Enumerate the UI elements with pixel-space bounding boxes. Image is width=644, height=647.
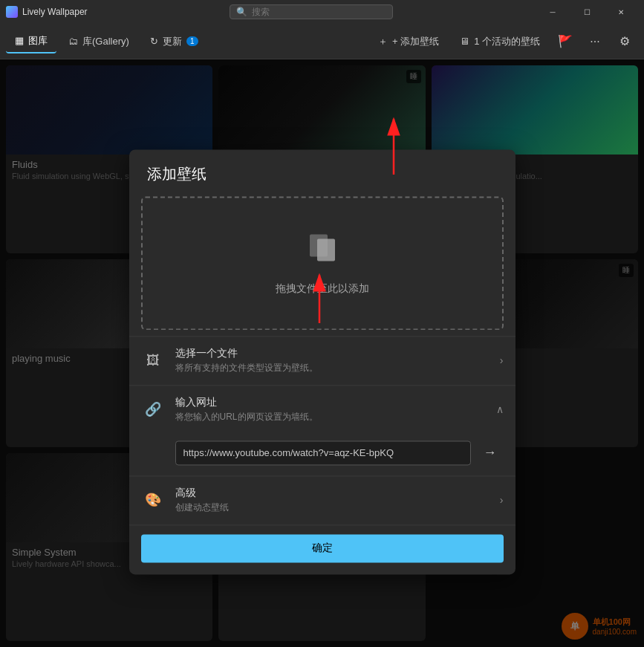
url-input[interactable] [175,440,471,465]
section-text: 选择一个文件 将所有支持的文件类型设置为壁纸。 [175,347,489,374]
toolbar-right: ＋ + 添加壁纸 🖥 1 个活动的壁纸 🚩 ··· ⚙ [369,28,638,55]
enter-url-title: 输入网址 [175,396,486,409]
file-icon: 🖼 [141,348,165,372]
search-input[interactable] [252,7,386,17]
update-icon: ↻ [150,36,158,47]
advanced-row[interactable]: 🎨 高级 创建动态壁纸 › [129,475,515,524]
advanced-title: 高级 [175,487,489,500]
add-wallpaper-modal: 添加壁纸 拖拽文件至此以添加 🖼 选择一个文件 将所有支持的文件类型设置为壁纸。… [129,149,515,574]
update-label: 更新 [163,35,182,48]
drop-text: 拖拽文件至此以添加 [276,282,369,296]
file-drop-icon [304,230,341,273]
svg-rect-1 [317,238,335,261]
enter-url-subtitle: 将您输入的URL的网页设置为墙纸。 [175,411,486,423]
search-bar[interactable]: 🔍 [230,4,393,19]
url-input-row: → [129,434,515,475]
update-badge: 1 [186,36,198,46]
select-file-row[interactable]: 🖼 选择一个文件 将所有支持的文件类型设置为壁纸。 › [129,336,515,385]
confirm-button[interactable]: 确定 [141,534,504,562]
chevron-right-icon: › [500,354,504,366]
library-tab[interactable]: ▦ 图库 [6,30,56,53]
link-icon: 🔗 [141,397,165,421]
chevron-right-icon: › [500,494,504,506]
close-button[interactable]: ✕ [604,0,638,24]
active-wallpaper-label: 1 个活动的壁纸 [474,35,540,48]
section-text: 输入网址 将您输入的URL的网页设置为墙纸。 [175,396,486,423]
titlebar-left: Lively Wallpaper [6,6,88,18]
gallery-label: 库(Gallery) [82,35,129,48]
app-title: Lively Wallpaper [22,7,88,17]
toolbar: ▦ 图库 🗂 库(Gallery) ↻ 更新 1 ＋ + 添加壁纸 🖥 1 个活… [0,24,644,59]
search-icon: 🔍 [236,7,247,17]
modal-footer: 确定 [129,524,515,574]
maximize-button[interactable]: ☐ [570,0,604,24]
update-tab[interactable]: ↻ 更新 1 [141,30,207,53]
library-label: 图库 [28,34,48,48]
add-icon: ＋ [378,35,388,48]
select-file-subtitle: 将所有支持的文件类型设置为壁纸。 [175,362,489,374]
active-wallpaper-button[interactable]: 🖥 1 个活动的壁纸 [451,30,549,53]
add-wallpaper-label: + 添加壁纸 [392,35,439,48]
window-controls: ─ ☐ ✕ [536,0,638,24]
gallery-icon: 🗂 [68,36,78,47]
library-icon: ▦ [15,35,24,46]
more-button[interactable]: ··· [582,28,608,55]
select-file-title: 选择一个文件 [175,347,489,360]
modal-title: 添加壁纸 [129,149,515,196]
enter-url-row[interactable]: 🔗 输入网址 将您输入的URL的网页设置为墙纸。 ∧ [129,385,515,434]
advanced-subtitle: 创建动态壁纸 [175,501,489,514]
flag-button[interactable]: 🚩 [552,28,579,55]
app-icon [6,6,18,18]
titlebar: Lively Wallpaper 🔍 ─ ☐ ✕ [0,0,644,24]
drop-zone[interactable]: 拖拽文件至此以添加 [141,196,504,330]
chevron-up-icon: ∧ [496,403,504,415]
settings-button[interactable]: ⚙ [611,28,638,55]
main-area: Fluids Fluid simulation using WebGL, sys… [0,59,644,647]
monitor-icon: 🖥 [460,36,469,47]
section-text: 高级 创建动态壁纸 [175,487,489,514]
gallery-tab[interactable]: 🗂 库(Gallery) [59,30,138,53]
advanced-icon: 🎨 [141,488,165,512]
add-wallpaper-button[interactable]: ＋ + 添加壁纸 [369,30,448,53]
url-go-button[interactable]: → [477,440,504,466]
minimize-button[interactable]: ─ [536,0,570,24]
